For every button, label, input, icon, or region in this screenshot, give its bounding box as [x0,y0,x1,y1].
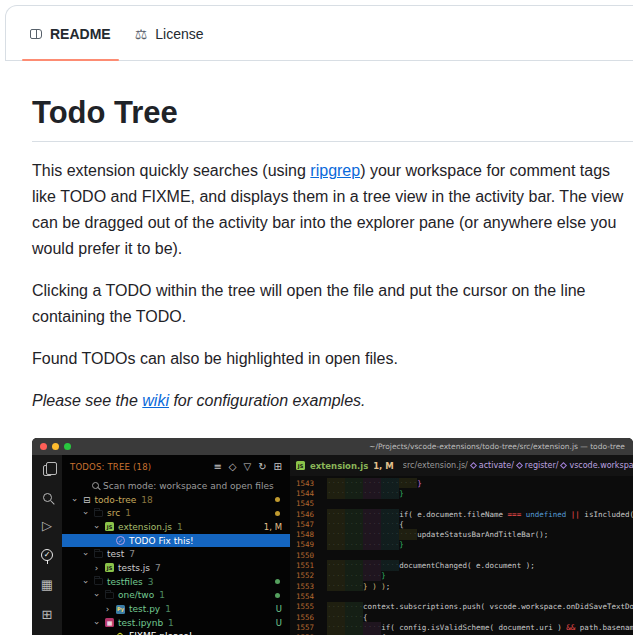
maximize-traffic-light [64,443,71,450]
calendar-icon: ▦ [41,578,53,591]
todo-count: 3 [148,577,154,587]
todo-count: 1 [159,590,165,600]
close-traffic-light [40,443,47,450]
indent-rainbow: ················ [327,519,399,529]
git-status-badge: U [276,618,282,628]
paragraph-text: for configuration examples. [169,392,366,409]
ripgrep-link[interactable]: ripgrep [310,162,360,179]
tree-item: ✓TODO Fix this! [62,534,290,548]
indent-rainbow: ········ [327,581,363,591]
code-line: 1545 [290,499,633,509]
todo-check-icon: ✓ [116,536,125,545]
code-token: path.basename( doc [575,623,633,632]
git-status-dot [275,579,280,584]
tab-readme[interactable]: README [22,6,119,61]
tree-item: ›⊟todo-tree18 [62,493,290,507]
indent-rainbow: ················ [327,488,399,498]
line-number: 1551 [290,561,314,570]
line-number: 1548 [290,530,314,539]
todo-count: 7 [155,563,161,573]
paragraph-text: This extension quickly searches (using [32,162,310,179]
todo-count: 1 [165,604,171,614]
sidebar-title: TODOS: TREE (18) [70,462,151,472]
tab-readme-label: README [50,26,111,42]
sidebar-header: TODOS: TREE (18) ≡◇▽↻⊞ [62,455,290,479]
indent-rainbow: ········ [327,602,363,612]
line-number: 1555 [290,602,314,611]
code-line: 1552············} [290,571,633,581]
law-icon: ⚖ [135,27,148,41]
chevron-icon: › [103,604,112,614]
paragraph-text: Please see the [32,392,142,409]
tree-item: ›testfiles3 [62,575,290,589]
code-token: } ) ) [363,582,386,591]
code-line: 1543····················} [290,478,633,488]
code-token: { [363,613,368,622]
wiki-link[interactable]: wiki [142,392,169,409]
js-file-icon: JS [105,522,114,531]
git-status-dot [275,511,280,516]
readme-tab-bar: README ⚖ License [5,5,633,61]
git-status-dot [275,497,280,502]
tree-item: ›src1 [62,506,290,520]
code-line: 1549················} [290,540,633,550]
folder-icon [105,592,114,599]
paragraph-intro: This extension quickly searches (using r… [32,158,633,262]
folder-icon [94,578,103,585]
chevron-icon: › [92,563,101,573]
line-number: 1556 [290,613,314,622]
tree-item: ›JStests.js7 [62,561,290,575]
code-line: 1547················{ [290,519,633,529]
window-title: ~/Projects/vscode-extensions/todo-tree/s… [369,442,625,451]
todo-count: 1 [177,522,183,532]
line-number: 1557 [290,623,314,632]
python-file-icon: Py [116,605,125,614]
chevron-icon: › [81,509,91,518]
indent-rainbow: ············ [327,571,381,581]
editor-tab: JS extension.js 1, M src/extension.js/ac… [290,455,633,476]
breadcrumbs: src/extension.js/activate/register/vscod… [403,461,633,470]
indent-rainbow: ············ [327,622,381,632]
git-status-badge: 1, M [264,522,282,532]
code-token: } [417,479,422,488]
todo-count: 1 [125,508,131,518]
paragraph-highlight: Found TODOs can also be highlighted in o… [32,346,633,372]
project-root-icon: ⊟ [83,495,91,505]
line-number: 1546 [290,510,314,519]
refresh-icon: ↻ [258,462,266,472]
code-line: 1544················} [290,488,633,498]
code-line: 1551················documentChanged( e.d… [290,560,633,570]
code-token: updateStatusBarAndTitleBar(); [417,530,548,539]
todo-count: 7 [129,549,135,559]
code-token: if( config.isValidScheme( document.uri ) [381,623,566,632]
tab-license-label: License [155,26,203,42]
tree-item: FIXME please! [62,630,290,635]
chevron-icon: › [70,495,80,504]
tree-item-label: test.ipynb [118,618,163,628]
readme-content: Todo Tree This extension quickly searche… [0,61,633,635]
filter-icon: ▽ [244,462,252,472]
code-token: documentChanged( e.document ); [399,561,534,570]
git-status-dot [275,593,280,598]
vscode-screenshot[interactable]: ~/Projects/vscode-extensions/todo-tree/s… [32,438,633,635]
folder-icon [94,510,103,517]
tab-license[interactable]: ⚖ License [127,6,212,61]
code-line: 1548····················updateStatusBarA… [290,529,633,539]
indent-rainbow: ········ [327,612,363,622]
scan-mode-row: Scan mode: workspace and open files [62,479,290,493]
line-number: 1543 [290,479,314,488]
activity-bar: ▷✓▦⊞◑ [32,455,62,635]
code-line: 1554 [290,591,633,601]
paragraph-clicking: Clicking a TODO within the tree will ope… [32,278,633,330]
editor-pane: JS extension.js 1, M src/extension.js/ac… [290,455,633,635]
tab-filename: extension.js [310,461,368,471]
code-line: 1557············if( config.isValidScheme… [290,622,633,632]
breadcrumb-item: vscode.workspace.onDidSaveTe [569,461,633,470]
tree-item-label: src [107,508,120,518]
chevron-icon: › [92,522,102,531]
page-title: Todo Tree [32,95,633,142]
js-file-icon: JS [296,461,305,470]
notebook-file-icon: ▦ [105,618,114,627]
chevron-icon: › [92,591,102,600]
breadcrumb-item: activate/ [479,461,514,470]
